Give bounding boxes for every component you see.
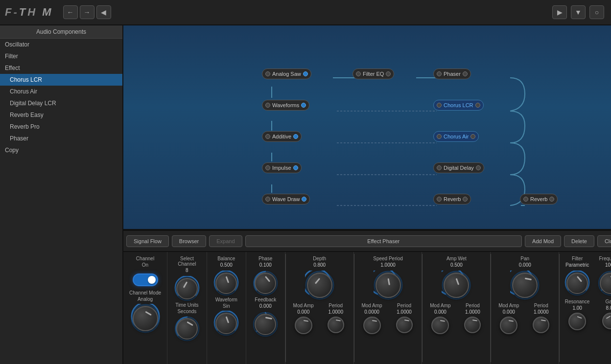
amp-wet-knob-container xyxy=(442,271,471,300)
frequency-value: 1000 xyxy=(605,262,611,268)
sidebar-item-chorus-lcr[interactable]: Chorus LCR xyxy=(0,74,122,86)
node-chorus-air[interactable]: Chorus Air xyxy=(433,131,479,142)
record-button[interactable]: ▼ xyxy=(571,5,586,19)
time-units-label: Time Units xyxy=(175,302,198,308)
app-logo: F-TH M xyxy=(5,6,53,19)
play-button[interactable]: ▶ xyxy=(552,5,567,19)
mod-amp-depth-label: Mod Amp xyxy=(293,303,314,308)
pan-label: Pan xyxy=(520,256,529,261)
depth-knob[interactable] xyxy=(307,273,332,298)
channel-mode-knob[interactable] xyxy=(133,306,158,331)
filter-value: Parametric xyxy=(565,262,589,268)
close-button[interactable]: Close xyxy=(597,235,611,247)
select-channel-knob[interactable] xyxy=(176,278,198,299)
redo-button[interactable]: → xyxy=(80,5,94,19)
amp-wet-value: 0.500 xyxy=(450,262,463,268)
node-wave-draw[interactable]: Wave Draw xyxy=(262,194,310,205)
time-units-knob[interactable] xyxy=(176,318,198,340)
undo-button[interactable]: ← xyxy=(63,5,78,19)
period-pan-value: 1.0000 xyxy=(534,309,549,315)
node-reverb2[interactable]: Reverb xyxy=(520,194,558,205)
node-waveforms[interactable]: Waveforms xyxy=(262,100,309,111)
browser-button[interactable]: Browser xyxy=(172,235,206,247)
pan-knob[interactable] xyxy=(512,273,538,298)
channel-toggle[interactable] xyxy=(133,273,158,286)
period-pan-knob[interactable] xyxy=(533,317,549,333)
feedback-knob[interactable] xyxy=(255,314,276,335)
audio-components-header: Audio Components xyxy=(0,25,122,39)
period-wet-label: Period xyxy=(466,303,480,308)
select-channel-label: Select Channel xyxy=(170,256,204,267)
node-dot-right xyxy=(463,197,468,202)
time-units-knob-container xyxy=(174,316,200,341)
gain-knob[interactable] xyxy=(602,313,611,329)
param-filter-group: Filter Parametric Frequency 1000 xyxy=(560,252,611,364)
node-dot-left xyxy=(437,197,442,202)
node-digital-delay[interactable]: Digital Delay xyxy=(433,162,484,173)
node-dot-left xyxy=(437,103,442,108)
node-phaser[interactable]: Phaser xyxy=(433,68,471,79)
frequency-knob[interactable] xyxy=(600,273,611,294)
node-reverb1[interactable]: Reverb xyxy=(433,194,471,205)
amp-wet-knob[interactable] xyxy=(444,273,469,298)
mod-amp-wet-knob[interactable] xyxy=(431,317,449,334)
node-chorus-lcr[interactable]: Chorus LCR xyxy=(433,100,484,111)
delete-button[interactable]: Delete xyxy=(564,235,594,247)
mod-amp-pan-col: Mod Amp 0.000 xyxy=(494,303,523,334)
node-filter-eq[interactable]: Filter EQ xyxy=(352,68,394,79)
phase-knob[interactable] xyxy=(255,273,276,294)
period-wet-knob[interactable] xyxy=(464,317,481,333)
channel-mode-label: Channel Mode xyxy=(129,290,161,296)
gain-label: Gain xyxy=(606,299,611,304)
sidebar-item-oscillator[interactable]: Oscillator xyxy=(0,39,122,50)
params-area: Channel On Channel Mode Analog Select Ch… xyxy=(123,251,611,364)
settings-button[interactable]: ○ xyxy=(589,5,604,19)
mod-amp-speed-value: 0.0000 xyxy=(364,309,379,315)
period-speed-knob[interactable] xyxy=(396,317,413,333)
mod-amp-pan-knob[interactable] xyxy=(500,317,517,334)
mod-amp-depth-col: Mod Amp 0.000 xyxy=(289,303,318,334)
channel-mode-knob-container xyxy=(131,304,160,333)
gain-col: Gain 8.00 xyxy=(596,299,611,330)
node-additive[interactable]: Additive xyxy=(262,131,302,142)
sidebar-item-effect[interactable]: Effect xyxy=(0,62,122,74)
effect-phaser-button[interactable]: Effect Phaser xyxy=(245,235,522,247)
filter-label: Filter xyxy=(572,256,583,261)
expand-button[interactable]: Expand xyxy=(209,235,242,247)
sidebar-item-reverb-easy[interactable]: Reverb Easy xyxy=(0,109,122,121)
period-wet-col: Period 1.0000 xyxy=(458,303,487,334)
period-pan-col: Period 1.0000 xyxy=(526,303,556,334)
sidebar-item-chorus-air[interactable]: Chorus Air xyxy=(0,86,122,97)
sidebar-item-digital-delay-lcr[interactable]: Digital Delay LCR xyxy=(0,97,122,109)
param-speed-group: Speed Period 1.0000 Mod Amp 0.0000 xyxy=(354,252,423,364)
resonance-knob[interactable] xyxy=(568,313,586,330)
node-impulse[interactable]: Impulse xyxy=(262,162,302,173)
sidebar-item-reverb-pro[interactable]: Reverb Pro xyxy=(0,121,122,133)
signal-flow-button[interactable]: Signal Flow xyxy=(126,235,169,247)
balance-label: Balance xyxy=(217,256,235,261)
period-pan-label: Period xyxy=(534,303,548,308)
channel-on-label: On xyxy=(142,262,148,268)
resonance-value: 1.00 xyxy=(572,305,582,311)
speed-period-knob[interactable] xyxy=(376,273,401,298)
sidebar-item-phaser[interactable]: Phaser xyxy=(0,133,122,144)
param-pan-group: Pan 0.000 Mod Amp 0.000 xyxy=(491,252,559,364)
period-depth-knob[interactable] xyxy=(328,317,344,333)
time-units-value: Seconds xyxy=(177,309,196,314)
mod-amp-speed-label: Mod Amp xyxy=(361,303,382,308)
add-mod-button[interactable]: Add Mod xyxy=(525,235,561,247)
filter-knob[interactable] xyxy=(566,273,588,294)
node-analog-saw[interactable]: Analog Saw xyxy=(262,68,311,79)
back-button[interactable]: ◀ xyxy=(96,5,111,19)
sidebar-item-copy[interactable]: Copy xyxy=(0,144,122,156)
sidebar-item-filter[interactable]: Filter xyxy=(0,50,122,62)
mod-amp-speed-knob[interactable] xyxy=(363,317,381,334)
feedback-label: Feedback xyxy=(255,297,276,302)
balance-knob[interactable] xyxy=(215,273,237,294)
mod-amp-depth-knob[interactable] xyxy=(295,317,312,334)
waveform-value: Sin xyxy=(223,303,230,309)
node-dot-left xyxy=(265,197,270,202)
node-dot-right xyxy=(476,165,481,170)
waveform-knob[interactable] xyxy=(215,313,237,334)
node-dot-left xyxy=(523,197,528,202)
